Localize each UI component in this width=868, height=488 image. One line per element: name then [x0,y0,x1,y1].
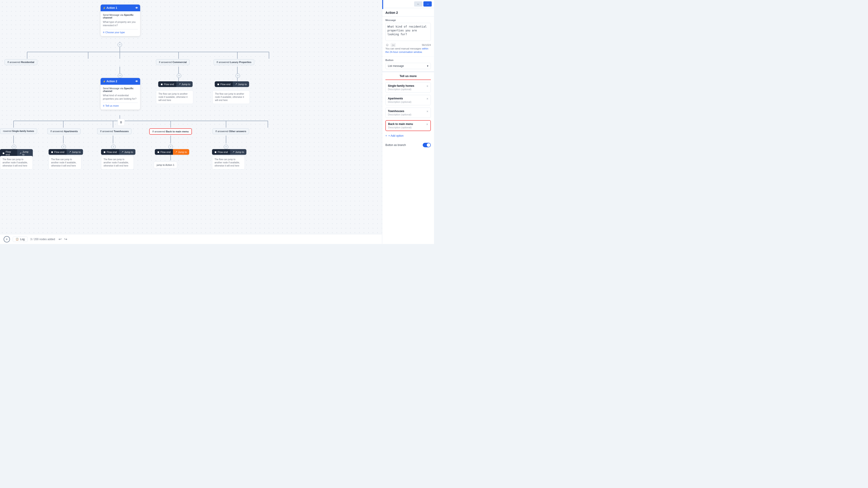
action2-button[interactable]: ≡ Tell us more [103,103,138,107]
smiley-icon[interactable]: ☺ [385,43,389,47]
chevron-down-icon: ▾ [427,64,428,68]
panel-nav-tabs: ← → [414,1,432,6]
flow-end-jump-town[interactable]: ⏹ Flow end ↗ Jump to [101,149,135,155]
end-icon-lux: ⏹ [217,83,219,86]
jump-to-btn-town[interactable]: ↗ Jump to [119,149,135,155]
add-node-btn-lux[interactable]: + [236,73,240,78]
flow-end-jump-other[interactable]: ⏹ Flow end ↗ Jump to [212,149,246,155]
option-back-desc: Description (optional) [388,126,425,129]
flow-end-jump-back[interactable]: ⏹ Flow end ↗ Jump to [155,149,189,155]
variable-icon[interactable]: (x) [391,43,396,47]
action1-send-msg: Send Message via Specific channel [103,13,138,19]
condition-single-family: nswered Single-family homes [0,128,37,134]
flow-end-btn-back[interactable]: ⏹ Flow end [155,149,173,155]
action2-body: Send Message via Specific channel What k… [101,85,140,109]
flow-end-btn-comm[interactable]: ⏹ Flow end [158,81,176,87]
condition-apartments: If answered Apartments [48,128,81,134]
option-town-close[interactable]: × [427,109,428,113]
jump-to-btn-comm[interactable]: ↗ Jump to [176,81,193,87]
flow-end-btn-town[interactable]: ⏹ Flow end [101,149,119,155]
trash-icon: 🗑 [120,121,123,124]
add-node-btn-town[interactable]: + [111,144,116,149]
add-option-btn[interactable]: + + Add option [385,133,431,138]
option-back-main: Back to main menu Description (optional)… [385,120,431,131]
jump-to-btn-apt[interactable]: ↗ Jump to [67,149,83,155]
jump-icon-other: ↗ [232,151,235,153]
action1-header[interactable]: ⚡ Action 1 👁 [101,4,140,11]
flow-end-desc-sf: The flow can jump to another node if ava… [0,156,33,169]
flow-end-desc-lux: The flow can jump to another node if ava… [213,90,250,104]
option-apt-name: Apartments [388,97,425,100]
jump-icon-sf: ↗ [20,152,22,155]
message-textarea[interactable] [385,23,431,41]
log-button[interactable]: 📋 Log [13,236,28,242]
flow-end-label-town: Flow end [107,151,117,153]
add-node-btn-apt[interactable]: + [61,144,66,149]
add-node-btn-action2[interactable]: + [118,73,122,78]
option-back-close[interactable]: × [426,123,428,126]
undo-button[interactable]: ↩ [58,236,62,242]
redo-button[interactable]: ↪ [63,236,68,242]
action1-title-group: ⚡ Action 1 [103,6,117,9]
jump-to-btn-back-active[interactable]: ↗ Jump to [173,149,189,155]
jump-to-btn-lux[interactable]: ↗ Jump to [233,81,249,87]
action1-node[interactable]: ⚡ Action 1 👁 Send Message via Specific c… [101,4,140,36]
add-node-toolbar-btn[interactable]: + [4,236,10,242]
end-icon-sf: ⏹ [2,152,5,155]
jump-to-btn-other[interactable]: ↗ Jump to [230,149,246,155]
flow-end-jump-apt[interactable]: ⏹ Flow end ↗ Jump to [49,149,83,155]
add-node-btn-sf[interactable]: + [12,144,16,149]
jump-icon-town: ↗ [121,151,123,153]
action2-title: Action 2 [106,80,117,83]
flow-end-btn-lux[interactable]: ⏹ Flow end [215,81,233,87]
flow-end-btn-other[interactable]: ⏹ Flow end [212,149,230,155]
plus-toolbar-icon: + [6,237,8,241]
add-node-btn-back[interactable]: + [168,144,173,149]
jump-to-label-other: Jump to [235,151,244,153]
add-node-btn-other[interactable]: + [224,144,228,149]
action2-send-msg: Send Message via Specific channel [103,87,138,92]
flow-end-jump-commercial[interactable]: ⏹ Flow end ↗ Jump to [158,81,193,87]
action1-button[interactable]: ≡ Choose your type [103,29,138,34]
flow-end-jump-luxury[interactable]: ⏹ Flow end ↗ Jump to [215,81,249,87]
action2-header[interactable]: ⚡ Action 2 👁 [101,78,140,85]
action2-msg-text: What kind of residential properties you … [103,94,138,101]
panel-forward-btn[interactable]: → [423,1,432,6]
option-town-desc: Description (optional) [388,113,425,116]
jump-to-label-back: Jump to [178,151,187,153]
list-message-title: Tell us more [385,74,431,80]
end-icon-apt: ⏹ [51,151,53,153]
flow-canvas: ⚡ Action 1 👁 Send Message via Specific c… [0,0,382,244]
add-option-label: + Add option [388,134,403,137]
lightning-icon-2: ⚡ [103,80,105,83]
option-apt-close[interactable]: × [427,97,428,101]
log-icon: 📋 [16,238,19,240]
nodes-count: 3 / 200 nodes added [30,238,55,241]
action1-eye-icon[interactable]: 👁 [135,6,138,9]
flow-end-desc-town: The flow can jump to another node if ava… [101,156,134,169]
action2-eye-icon[interactable]: 👁 [135,80,138,83]
flow-end-label-other: Flow end [218,151,228,153]
panel-back-btn[interactable]: ← [414,1,423,6]
list-icon-2: ≡ [103,104,104,107]
branch-label: Button as branch [385,143,406,147]
list-icon: ≡ [103,31,104,34]
add-node-btn-1[interactable]: + [118,42,122,47]
flow-end-btn-apt[interactable]: ⏹ Flow end [49,149,67,155]
jump-to-label-lux: Jump to [238,83,247,86]
jump-icon-apt: ↗ [69,151,71,153]
flow-end-desc-comm: The flow can jump to another node if ava… [156,90,193,104]
action1-title: Action 1 [106,6,117,9]
branch-toggle[interactable] [423,143,431,147]
button-dropdown[interactable]: List message ▾ [385,63,431,69]
action2-node[interactable]: ⚡ Action 2 👁 Send Message via Specific c… [101,78,140,109]
button-section: Button List message ▾ [382,57,434,72]
via-label: via [120,13,123,16]
action2-title-group: ⚡ Action 2 [103,80,117,83]
flow-end-label-back: Flow end [160,151,170,153]
add-node-btn-comm[interactable]: + [177,73,181,78]
message-label: Message [385,19,431,22]
delete-action2-btn[interactable]: 🗑 [118,119,125,126]
jump-to-label-town: Jump to [124,151,133,153]
option-sf-close[interactable]: × [427,84,428,88]
